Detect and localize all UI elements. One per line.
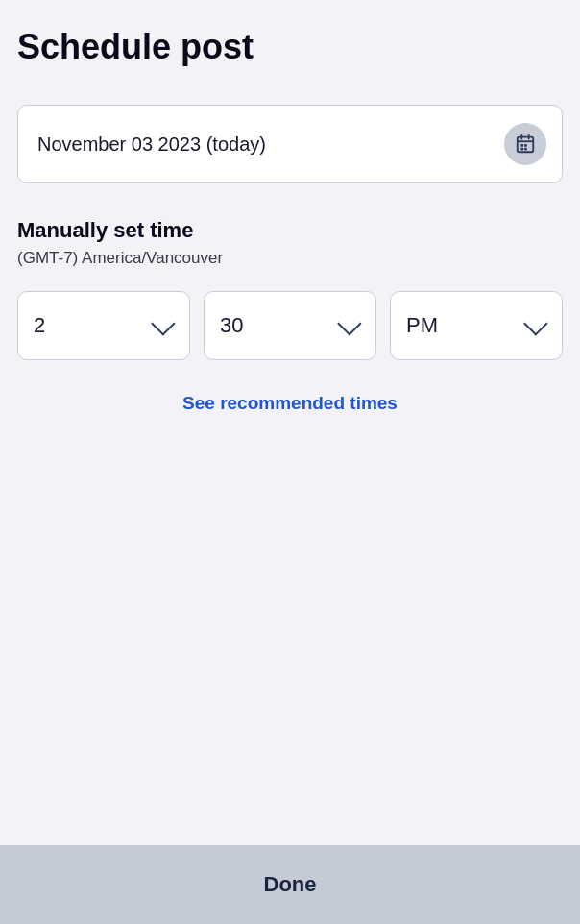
calendar-icon (515, 134, 536, 155)
minute-value: 30 (220, 313, 243, 338)
svg-rect-5 (524, 144, 527, 147)
recommended-times-link[interactable]: See recommended times (17, 393, 563, 414)
hour-selector[interactable]: 2 (17, 291, 190, 360)
time-selectors-row: 2 30 PM (17, 291, 563, 360)
page-title: Schedule post (17, 27, 563, 66)
ampm-value: PM (406, 313, 438, 338)
date-field-container[interactable]: November 03 2023 (today) (17, 105, 563, 183)
calendar-icon-button[interactable] (504, 123, 546, 165)
hour-chevron-icon (151, 312, 175, 336)
ampm-chevron-icon (523, 312, 547, 336)
date-field-text: November 03 2023 (today) (37, 134, 266, 156)
svg-rect-7 (524, 148, 527, 151)
page-container: Schedule post November 03 2023 (today) M… (0, 0, 580, 924)
ampm-selector[interactable]: PM (390, 291, 563, 360)
svg-rect-6 (520, 148, 523, 151)
done-button[interactable]: Done (0, 845, 580, 924)
timezone-label: (GMT-7) America/Vancouver (17, 249, 563, 268)
minute-chevron-icon (337, 312, 361, 336)
minute-selector[interactable]: 30 (204, 291, 376, 360)
done-button-container: Done (0, 845, 580, 924)
hour-value: 2 (34, 313, 45, 338)
svg-rect-4 (520, 144, 523, 147)
manually-set-time-label: Manually set time (17, 218, 563, 243)
